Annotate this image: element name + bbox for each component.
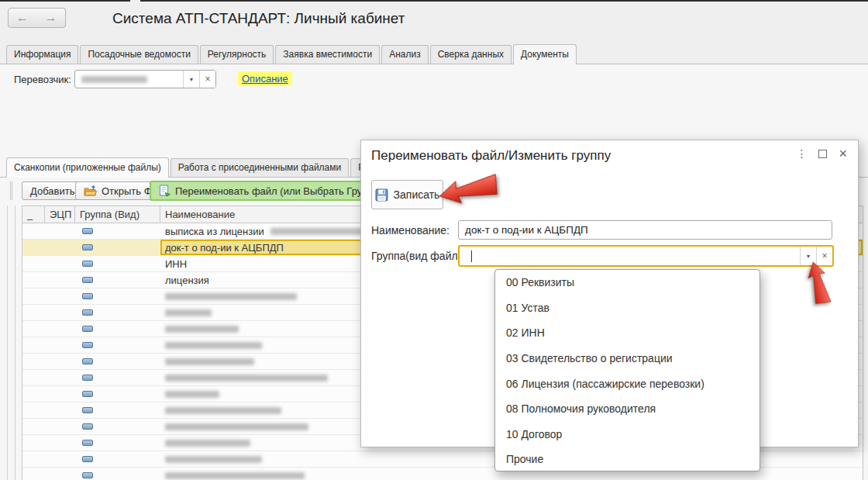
description-link[interactable]: Описание xyxy=(238,71,292,86)
carrier-clear-button[interactable]: × xyxy=(199,71,215,88)
cell-group xyxy=(75,370,160,385)
column-header-ecp[interactable]: ЭЦП xyxy=(45,206,75,223)
cell-ecp xyxy=(45,451,75,467)
file-name: выписка из лицензии xyxy=(165,226,264,237)
cell-group xyxy=(75,354,160,369)
cell-group xyxy=(75,321,160,337)
redacted-text xyxy=(165,326,239,333)
save-floppy-icon xyxy=(375,188,388,202)
cell-group xyxy=(75,288,160,304)
cell-underscore xyxy=(22,468,45,480)
cell-ecp xyxy=(45,272,75,288)
main-tab[interactable]: Посадочные ведомости xyxy=(80,45,198,64)
dropdown-option[interactable]: 02 ИНН xyxy=(495,320,760,346)
name-field-label: Наименование: xyxy=(371,224,450,237)
documents-tab[interactable]: Работа с присоединенными файлами xyxy=(170,158,349,177)
cell-underscore xyxy=(22,451,45,467)
main-tab[interactable]: Документы xyxy=(513,44,577,64)
redacted-text xyxy=(165,423,308,430)
redacted-text xyxy=(165,358,254,365)
cell-underscore xyxy=(22,402,45,418)
main-tab[interactable]: Сверка данных xyxy=(430,45,512,64)
cell-group xyxy=(75,305,160,320)
column-header-group[interactable]: Группа (Вид) xyxy=(75,206,160,223)
more-menu-icon[interactable]: ⋮ xyxy=(796,148,807,160)
cell-ecp xyxy=(45,386,75,402)
group-kind-icon xyxy=(82,342,93,348)
cell-group xyxy=(75,419,160,434)
dropdown-option[interactable]: 08 Полномочия руководителя xyxy=(495,396,760,422)
rename-file-button-label: Переименовать файл (или Выбрать Группу) xyxy=(175,185,381,197)
file-name: ИНН xyxy=(165,258,187,270)
window-edge xyxy=(0,0,130,2)
redacted-text xyxy=(165,407,281,414)
window-edge xyxy=(140,0,868,2)
documents-tab[interactable]: Сканкопии (приложенные файлы) xyxy=(6,157,169,178)
dropdown-option[interactable]: Прочие xyxy=(495,447,760,471)
forward-button[interactable]: → xyxy=(36,8,66,28)
toolbar-grip[interactable] xyxy=(10,181,12,200)
chevron-down-icon: ▼ xyxy=(189,77,195,82)
rename-dialog: Переименовать файл/Изменить группу ⋮ × З… xyxy=(360,140,859,447)
cell-group xyxy=(75,337,160,353)
redacted-text xyxy=(165,456,262,463)
group-kind-icon xyxy=(82,244,93,250)
carrier-dropdown-button[interactable]: ▼ xyxy=(183,71,199,88)
rename-file-button[interactable]: Переименовать файл (или Выбрать Группу) xyxy=(150,181,391,201)
name-field-value: док-т о под-ии к АЦБПДП xyxy=(465,224,588,236)
cell-ecp xyxy=(45,240,75,255)
main-tab[interactable]: Анализ xyxy=(381,45,429,64)
group-field-value xyxy=(460,247,800,265)
cell-underscore xyxy=(22,354,45,369)
cell-group xyxy=(75,386,160,402)
save-button[interactable]: Записать xyxy=(371,180,443,209)
group-kind-icon xyxy=(82,326,93,332)
add-button[interactable]: Добавить xyxy=(22,181,83,200)
carrier-input[interactable]: ▼ × xyxy=(74,70,216,88)
file-name: док-т о под-ии к АЦБПДП xyxy=(165,242,284,254)
cell-ecp xyxy=(45,288,75,304)
group-kind-icon xyxy=(82,472,93,478)
dropdown-option[interactable]: 00 Реквизиты xyxy=(495,270,760,295)
group-kind-icon xyxy=(82,375,93,381)
cell-group xyxy=(75,272,160,288)
group-kind-icon xyxy=(82,456,93,462)
back-arrow-icon: ← xyxy=(16,11,29,24)
redacted-text xyxy=(81,76,147,83)
main-tabbar: ИнформацияПосадочные ведомостиРегулярнос… xyxy=(0,44,868,64)
cell-ecp xyxy=(45,256,75,271)
redacted-text xyxy=(165,472,305,479)
main-tab[interactable]: Регулярность xyxy=(200,45,274,64)
redacted-text xyxy=(165,309,212,316)
main-tab[interactable]: Заявка вместимости xyxy=(275,45,380,64)
frame-line xyxy=(15,205,16,480)
cell-ecp xyxy=(45,435,75,451)
cell-underscore xyxy=(22,240,45,255)
dialog-title: Переименовать файл/Изменить группу xyxy=(371,148,611,164)
group-kind-icon xyxy=(82,440,93,446)
close-icon[interactable]: × xyxy=(839,148,847,160)
back-button[interactable]: ← xyxy=(8,8,37,28)
cell-ecp xyxy=(45,321,75,337)
dropdown-option[interactable]: 06 Лицензия (пассажирские перевозки) xyxy=(495,371,760,396)
group-field-input[interactable]: ▼ × xyxy=(458,245,834,267)
text-caret xyxy=(471,250,472,262)
name-field-input[interactable]: док-т о под-ии к АЦБПДП xyxy=(458,220,832,240)
cell-underscore xyxy=(22,435,45,451)
redacted-text xyxy=(165,440,250,447)
dropdown-option[interactable]: 01 Устав xyxy=(495,295,760,321)
maximize-icon[interactable] xyxy=(818,150,827,158)
group-kind-icon xyxy=(82,391,93,397)
cell-ecp xyxy=(45,305,75,320)
column-header-underscore[interactable]: _ xyxy=(22,206,45,223)
main-tab[interactable]: Информация xyxy=(6,45,78,64)
dropdown-option[interactable]: 10 Договор xyxy=(495,422,760,447)
app-window: ← → Система АТП-СТАНДАРТ: Личный кабинет… xyxy=(0,0,868,480)
file-name: лицензия xyxy=(165,275,209,286)
group-kind-icon xyxy=(82,358,93,364)
cell-underscore xyxy=(22,321,45,337)
group-dropdown-list: 00 Реквизиты01 Устав02 ИНН03 Свидетельст… xyxy=(494,269,760,471)
cell-underscore xyxy=(22,272,45,288)
dropdown-option[interactable]: 03 Свидетельство о регистрации xyxy=(495,346,760,371)
group-kind-icon xyxy=(82,423,93,430)
